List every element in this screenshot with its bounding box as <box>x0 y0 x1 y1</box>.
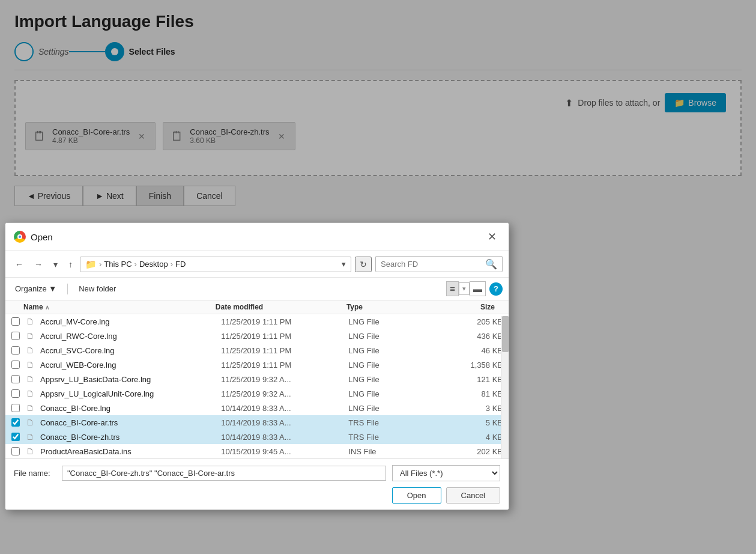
file-row-icon-7: 🗋 <box>26 418 34 427</box>
filename-label: File name: <box>14 469 56 478</box>
file-row-checkbox-2[interactable] <box>11 346 20 355</box>
dialog-open-button[interactable]: Open <box>392 487 441 504</box>
dialog-title-text: Open <box>31 232 53 242</box>
list-view-button[interactable]: ≡ <box>446 281 459 296</box>
file-row-type-3: LNG File <box>348 361 438 370</box>
refresh-button[interactable]: ↻ <box>355 257 372 272</box>
chrome-icon <box>14 231 26 243</box>
file-row-checkbox-1[interactable] <box>11 332 20 340</box>
search-input[interactable] <box>381 260 482 269</box>
dialog-title-bar: Open ✕ <box>5 223 509 251</box>
file-row-checkbox-8[interactable] <box>11 433 20 441</box>
panel-view-button[interactable]: ▬ <box>470 281 486 296</box>
file-row-name-7: Conacc_BI-Core-ar.trs <box>40 418 219 427</box>
file-row-4[interactable]: 🗋 Appsrv_LU_BasicData-Core.lng 11/25/201… <box>5 372 509 386</box>
file-row-checkbox-4[interactable] <box>11 375 20 383</box>
scrollbar-thumb[interactable] <box>502 316 509 352</box>
file-row-2[interactable]: 🗋 Accrul_SVC-Core.lng 11/25/2019 1:11 PM… <box>5 343 509 358</box>
file-row-3[interactable]: 🗋 Accrul_WEB-Core.lng 11/25/2019 1:11 PM… <box>5 358 509 372</box>
organize-button[interactable]: Organize ▼ <box>11 282 60 295</box>
help-button[interactable]: ? <box>489 282 503 296</box>
file-row-0[interactable]: 🗋 Accrul_MV-Core.lng 11/25/2019 1:11 PM … <box>5 314 509 329</box>
file-row-icon-3: 🗋 <box>26 360 34 370</box>
file-list-scrollbar[interactable] <box>501 316 509 458</box>
file-row-type-1: LNG File <box>348 332 438 341</box>
file-row-checkbox-6[interactable] <box>11 404 20 412</box>
file-row-type-0: LNG File <box>348 317 438 326</box>
file-row-icon-6: 🗋 <box>26 403 34 413</box>
file-row-icon-2: 🗋 <box>26 345 34 355</box>
file-row-date-8: 10/14/2019 8:33 A... <box>221 433 346 442</box>
file-row-date-2: 11/25/2019 1:11 PM <box>221 346 346 355</box>
file-row-size-5: 81 KB <box>440 389 503 398</box>
up-folder-button[interactable]: ↑ <box>65 258 76 271</box>
file-row-name-2: Accrul_SVC-Core.lng <box>40 346 219 355</box>
dropdown-nav-button[interactable]: ▾ <box>50 258 61 271</box>
file-row-checkbox-5[interactable] <box>11 389 20 398</box>
file-row-type-6: LNG File <box>348 404 438 413</box>
file-row-9[interactable]: 🗋 ProductAreaBasicData.ins 10/15/2019 9:… <box>5 444 509 458</box>
back-button[interactable]: ← <box>11 258 27 271</box>
file-row-icon-5: 🗋 <box>26 389 34 398</box>
file-row-icon-8: 🗋 <box>26 432 34 442</box>
file-row-type-5: LNG File <box>348 389 438 398</box>
dialog-action-row: Open Cancel <box>14 487 500 504</box>
file-row-checkbox-3[interactable] <box>11 361 20 369</box>
breadcrumb-arrow-3: › <box>171 260 173 269</box>
header-size[interactable]: Size <box>434 303 495 311</box>
file-row-checkbox-0[interactable] <box>11 317 20 326</box>
header-date[interactable]: Date modified <box>216 303 346 311</box>
file-row-6[interactable]: 🗋 Conacc_BI-Core.lng 10/14/2019 8:33 A..… <box>5 401 509 415</box>
file-row-date-3: 11/25/2019 1:11 PM <box>221 361 346 370</box>
breadcrumb-dropdown-arrow[interactable]: ▾ <box>342 260 346 269</box>
breadcrumb-desktop: Desktop <box>139 260 168 269</box>
file-row-size-9: 202 KB <box>440 447 503 456</box>
file-row-size-8: 4 KB <box>440 433 503 442</box>
filename-input[interactable] <box>62 466 386 481</box>
file-row-name-9: ProductAreaBasicData.ins <box>40 447 219 456</box>
file-row-name-1: Accrul_RWC-Core.lng <box>40 332 219 341</box>
file-row-checkbox-9[interactable] <box>11 447 20 455</box>
file-row-type-7: TRS File <box>348 418 438 427</box>
header-name[interactable]: Name ∧ <box>23 303 216 311</box>
sort-arrow-name: ∧ <box>45 304 49 311</box>
file-row-date-9: 10/15/2019 9:45 A... <box>221 447 346 456</box>
search-box[interactable]: 🔍 <box>375 256 503 272</box>
header-name-label: Name <box>23 303 43 311</box>
breadcrumb-folder-icon: 📁 <box>85 259 97 270</box>
breadcrumb-bar[interactable]: 📁 › This PC › Desktop › FD ▾ <box>80 257 351 272</box>
file-row-7[interactable]: 🗋 Conacc_BI-Core-ar.trs 10/14/2019 8:33 … <box>5 415 509 430</box>
file-row-5[interactable]: 🗋 Appsrv_LU_LogicalUnit-Core.lng 11/25/2… <box>5 386 509 401</box>
view-dropdown-button[interactable]: ▾ <box>459 282 470 295</box>
file-row-size-4: 121 KB <box>440 375 503 384</box>
file-row-type-8: TRS File <box>348 433 438 442</box>
file-row-name-3: Accrul_WEB-Core.lng <box>40 361 219 370</box>
file-row-date-7: 10/14/2019 8:33 A... <box>221 418 346 427</box>
file-row-checkbox-7[interactable] <box>11 418 20 427</box>
file-row-name-6: Conacc_BI-Core.lng <box>40 404 219 413</box>
toolbar-divider <box>67 284 68 294</box>
file-row-date-1: 11/25/2019 1:11 PM <box>221 332 346 341</box>
dialog-cancel-button[interactable]: Cancel <box>446 487 500 504</box>
file-row-date-0: 11/25/2019 1:11 PM <box>221 317 346 326</box>
file-row-icon-4: 🗋 <box>26 374 34 384</box>
file-row-1[interactable]: 🗋 Accrul_RWC-Core.lng 11/25/2019 1:11 PM… <box>5 329 509 343</box>
file-row-name-0: Accrul_MV-Core.lng <box>40 317 219 326</box>
file-row-icon-0: 🗋 <box>26 317 34 326</box>
file-row-8[interactable]: 🗋 Conacc_BI-Core-zh.trs 10/14/2019 8:33 … <box>5 430 509 444</box>
file-row-name-4: Appsrv_LU_BasicData-Core.lng <box>40 375 219 384</box>
breadcrumb-this-pc: This PC <box>104 260 132 269</box>
filetype-select[interactable]: All Files (*.*) <box>392 465 500 481</box>
file-open-dialog: Open ✕ ← → ▾ ↑ 📁 › This PC › Desktop › F… <box>5 222 509 510</box>
dialog-close-button[interactable]: ✕ <box>484 229 500 245</box>
file-row-size-6: 3 KB <box>440 404 503 413</box>
search-icon: 🔍 <box>485 258 497 270</box>
file-row-name-8: Conacc_BI-Core-zh.trs <box>40 433 219 442</box>
dialog-toolbar: Organize ▼ New folder ≡ ▾ ▬ ? <box>5 278 509 300</box>
forward-button[interactable]: → <box>31 258 46 271</box>
file-row-type-4: LNG File <box>348 375 438 384</box>
header-type[interactable]: Type <box>346 303 434 311</box>
new-folder-button[interactable]: New folder <box>75 282 119 295</box>
file-row-size-2: 46 KB <box>440 346 503 355</box>
breadcrumb-arrow-2: › <box>135 260 137 269</box>
